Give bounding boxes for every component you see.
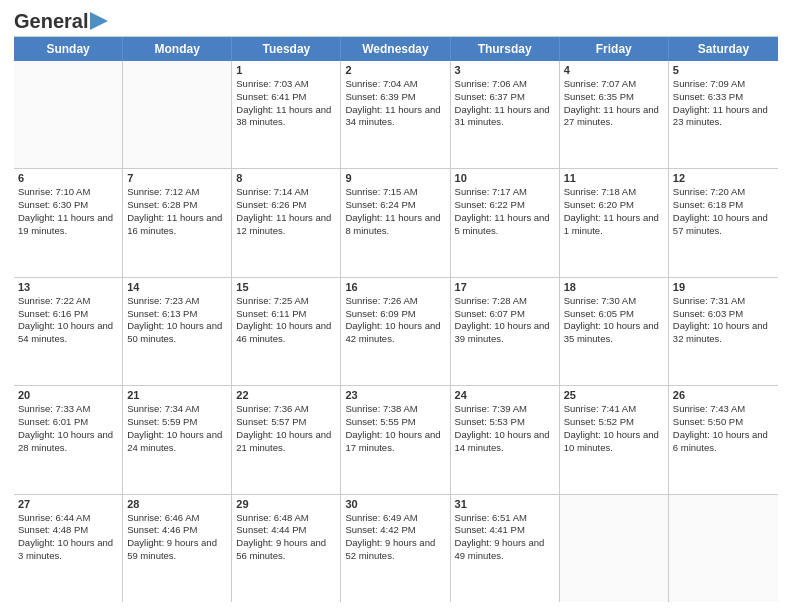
daylight-text: Daylight: 10 hours and 21 minutes. — [236, 429, 336, 455]
day-cell-9: 9Sunrise: 7:15 AMSunset: 6:24 PMDaylight… — [341, 169, 450, 276]
day-number: 20 — [18, 389, 118, 401]
daylight-text: Daylight: 11 hours and 27 minutes. — [564, 104, 664, 130]
sunset-text: Sunset: 4:46 PM — [127, 524, 227, 537]
calendar: SundayMondayTuesdayWednesdayThursdayFrid… — [14, 36, 778, 602]
day-cell-20: 20Sunrise: 7:33 AMSunset: 6:01 PMDayligh… — [14, 386, 123, 493]
day-number: 22 — [236, 389, 336, 401]
daylight-text: Daylight: 10 hours and 54 minutes. — [18, 320, 118, 346]
day-number: 12 — [673, 172, 774, 184]
calendar-week-2: 6Sunrise: 7:10 AMSunset: 6:30 PMDaylight… — [14, 169, 778, 277]
day-cell-26: 26Sunrise: 7:43 AMSunset: 5:50 PMDayligh… — [669, 386, 778, 493]
sunset-text: Sunset: 6:11 PM — [236, 308, 336, 321]
day-number: 23 — [345, 389, 445, 401]
day-cell-4: 4Sunrise: 7:07 AMSunset: 6:35 PMDaylight… — [560, 61, 669, 168]
day-number: 26 — [673, 389, 774, 401]
daylight-text: Daylight: 10 hours and 28 minutes. — [18, 429, 118, 455]
day-number: 10 — [455, 172, 555, 184]
daylight-text: Daylight: 11 hours and 34 minutes. — [345, 104, 445, 130]
daylight-text: Daylight: 9 hours and 56 minutes. — [236, 537, 336, 563]
daylight-text: Daylight: 10 hours and 46 minutes. — [236, 320, 336, 346]
day-cell-1: 1Sunrise: 7:03 AMSunset: 6:41 PMDaylight… — [232, 61, 341, 168]
day-number: 1 — [236, 64, 336, 76]
day-number: 21 — [127, 389, 227, 401]
sunrise-text: Sunrise: 7:31 AM — [673, 295, 774, 308]
day-number: 14 — [127, 281, 227, 293]
daylight-text: Daylight: 10 hours and 10 minutes. — [564, 429, 664, 455]
sunrise-text: Sunrise: 7:38 AM — [345, 403, 445, 416]
sunrise-text: Sunrise: 7:20 AM — [673, 186, 774, 199]
sunset-text: Sunset: 6:30 PM — [18, 199, 118, 212]
sunset-text: Sunset: 6:41 PM — [236, 91, 336, 104]
day-cell-22: 22Sunrise: 7:36 AMSunset: 5:57 PMDayligh… — [232, 386, 341, 493]
day-number: 18 — [564, 281, 664, 293]
daylight-text: Daylight: 11 hours and 19 minutes. — [18, 212, 118, 238]
day-cell-15: 15Sunrise: 7:25 AMSunset: 6:11 PMDayligh… — [232, 278, 341, 385]
header-day-thursday: Thursday — [451, 37, 560, 61]
day-cell-8: 8Sunrise: 7:14 AMSunset: 6:26 PMDaylight… — [232, 169, 341, 276]
empty-cell — [669, 495, 778, 602]
day-cell-24: 24Sunrise: 7:39 AMSunset: 5:53 PMDayligh… — [451, 386, 560, 493]
day-cell-21: 21Sunrise: 7:34 AMSunset: 5:59 PMDayligh… — [123, 386, 232, 493]
daylight-text: Daylight: 11 hours and 31 minutes. — [455, 104, 555, 130]
sunset-text: Sunset: 6:22 PM — [455, 199, 555, 212]
day-number: 6 — [18, 172, 118, 184]
day-cell-12: 12Sunrise: 7:20 AMSunset: 6:18 PMDayligh… — [669, 169, 778, 276]
day-cell-31: 31Sunrise: 6:51 AMSunset: 4:41 PMDayligh… — [451, 495, 560, 602]
sunset-text: Sunset: 5:52 PM — [564, 416, 664, 429]
daylight-text: Daylight: 11 hours and 12 minutes. — [236, 212, 336, 238]
sunrise-text: Sunrise: 7:04 AM — [345, 78, 445, 91]
sunrise-text: Sunrise: 7:43 AM — [673, 403, 774, 416]
sunset-text: Sunset: 4:48 PM — [18, 524, 118, 537]
empty-cell — [123, 61, 232, 168]
sunset-text: Sunset: 6:05 PM — [564, 308, 664, 321]
day-number: 15 — [236, 281, 336, 293]
sunrise-text: Sunrise: 7:34 AM — [127, 403, 227, 416]
page: General SundayMondayTuesdayWednesdayThur… — [0, 0, 792, 612]
daylight-text: Daylight: 9 hours and 49 minutes. — [455, 537, 555, 563]
day-number: 9 — [345, 172, 445, 184]
header-day-wednesday: Wednesday — [341, 37, 450, 61]
day-number: 17 — [455, 281, 555, 293]
day-number: 4 — [564, 64, 664, 76]
sunset-text: Sunset: 5:53 PM — [455, 416, 555, 429]
day-number: 13 — [18, 281, 118, 293]
sunrise-text: Sunrise: 7:22 AM — [18, 295, 118, 308]
day-number: 29 — [236, 498, 336, 510]
sunset-text: Sunset: 6:13 PM — [127, 308, 227, 321]
sunrise-text: Sunrise: 7:25 AM — [236, 295, 336, 308]
daylight-text: Daylight: 10 hours and 57 minutes. — [673, 212, 774, 238]
day-cell-5: 5Sunrise: 7:09 AMSunset: 6:33 PMDaylight… — [669, 61, 778, 168]
daylight-text: Daylight: 11 hours and 1 minute. — [564, 212, 664, 238]
header-day-sunday: Sunday — [14, 37, 123, 61]
sunrise-text: Sunrise: 6:46 AM — [127, 512, 227, 525]
sunrise-text: Sunrise: 6:51 AM — [455, 512, 555, 525]
day-cell-16: 16Sunrise: 7:26 AMSunset: 6:09 PMDayligh… — [341, 278, 450, 385]
calendar-week-5: 27Sunrise: 6:44 AMSunset: 4:48 PMDayligh… — [14, 495, 778, 602]
sunset-text: Sunset: 6:07 PM — [455, 308, 555, 321]
day-number: 2 — [345, 64, 445, 76]
day-cell-3: 3Sunrise: 7:06 AMSunset: 6:37 PMDaylight… — [451, 61, 560, 168]
daylight-text: Daylight: 10 hours and 24 minutes. — [127, 429, 227, 455]
day-cell-14: 14Sunrise: 7:23 AMSunset: 6:13 PMDayligh… — [123, 278, 232, 385]
day-cell-2: 2Sunrise: 7:04 AMSunset: 6:39 PMDaylight… — [341, 61, 450, 168]
daylight-text: Daylight: 11 hours and 23 minutes. — [673, 104, 774, 130]
daylight-text: Daylight: 10 hours and 3 minutes. — [18, 537, 118, 563]
sunset-text: Sunset: 5:50 PM — [673, 416, 774, 429]
day-number: 16 — [345, 281, 445, 293]
sunrise-text: Sunrise: 7:14 AM — [236, 186, 336, 199]
sunrise-text: Sunrise: 7:30 AM — [564, 295, 664, 308]
sunrise-text: Sunrise: 7:41 AM — [564, 403, 664, 416]
daylight-text: Daylight: 11 hours and 38 minutes. — [236, 104, 336, 130]
sunset-text: Sunset: 5:59 PM — [127, 416, 227, 429]
header-day-monday: Monday — [123, 37, 232, 61]
sunset-text: Sunset: 6:26 PM — [236, 199, 336, 212]
sunrise-text: Sunrise: 7:07 AM — [564, 78, 664, 91]
sunset-text: Sunset: 6:35 PM — [564, 91, 664, 104]
sunrise-text: Sunrise: 7:06 AM — [455, 78, 555, 91]
sunrise-text: Sunrise: 7:12 AM — [127, 186, 227, 199]
day-number: 27 — [18, 498, 118, 510]
sunset-text: Sunset: 6:28 PM — [127, 199, 227, 212]
sunrise-text: Sunrise: 7:03 AM — [236, 78, 336, 91]
daylight-text: Daylight: 10 hours and 35 minutes. — [564, 320, 664, 346]
day-number: 28 — [127, 498, 227, 510]
